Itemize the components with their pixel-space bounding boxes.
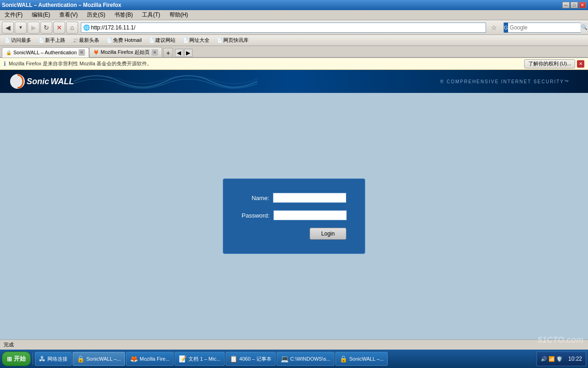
taskbar-sonicwall1[interactable]: 🔒 SonicWALL –... [73, 352, 125, 366]
tray-icons: 🔊 📶 🛡️ [541, 356, 563, 362]
bookmark-most-visited[interactable]: 📄 访问最多 [2, 36, 34, 45]
taskbar-sonicwall2-icon: 🔒 [339, 355, 347, 362]
password-input[interactable] [273, 210, 347, 220]
tab-scroll-right[interactable]: ▶ [184, 49, 192, 57]
taskbar-cmd-icon: 💻 [281, 355, 288, 362]
search-bar: G 🔍 [503, 23, 586, 33]
tab-icon-sonicwall: 🔒 [6, 50, 11, 55]
taskbar-cmd-label: C:\WINDOWS\s... [290, 356, 330, 362]
taskbar-firefox-label: Mozilla Fire... [140, 356, 170, 362]
menu-tools[interactable]: 工具(T) [139, 10, 163, 20]
sonicwall-logo: Sonic WALL [9, 73, 74, 90]
title-bar-buttons: ─ □ ✕ [562, 2, 586, 8]
bookmark-star[interactable]: ☆ [489, 23, 499, 33]
login-button[interactable]: Login [310, 228, 346, 240]
info-close-button[interactable]: ✕ [577, 60, 584, 68]
bookmark-icon-5: 📄 [183, 38, 188, 43]
taskbar-word-icon: 📝 [179, 355, 187, 362]
page-area: Sonic WALL ® COMPREHENSIVE INTERNET SECU… [0, 70, 588, 339]
back-button[interactable]: ◀ [2, 22, 14, 34]
bookmark-icon-6: 📄 [217, 38, 222, 43]
login-box: Name: Password: Login [223, 178, 365, 254]
search-engine-icon: G [504, 23, 508, 33]
bookmark-icon-2: 📰 [73, 38, 78, 43]
taskbar-sonicwall2-label: SonicWALL –... [349, 356, 384, 362]
sonicwall-tagline: ® COMPREHENSIVE INTERNET SECURITY™ [440, 79, 570, 84]
name-row: Name: [242, 193, 346, 203]
tab-scroll-left[interactable]: ◀ [175, 49, 183, 57]
taskbar-sonicwall1-icon: 🔒 [77, 355, 85, 362]
taskbar-notepad[interactable]: 📋 4060 – 记事本 [226, 352, 276, 366]
taskbar-firefox[interactable]: 🦊 Mozilla Fire... [126, 352, 174, 366]
taskbar-network-icon: 🖧 [39, 355, 45, 362]
address-bar: 🌐 [81, 23, 486, 33]
taskbar-network-label: 网络连接 [47, 356, 68, 362]
start-label: 开始 [14, 355, 26, 363]
info-bar-buttons: 了解你的权利 (U)... ✕ [524, 59, 585, 69]
taskbar-firefox-icon: 🦊 [130, 355, 138, 362]
tab-sonicwall[interactable]: 🔒 SonicWALL – Authentication ✕ [2, 47, 89, 58]
tab-close-firefox[interactable]: ✕ [152, 49, 158, 56]
info-rights-button[interactable]: 了解你的权利 (U)... [524, 59, 576, 69]
bookmark-hotmail[interactable]: 📄 免费 Hotmail [104, 36, 144, 45]
bookmark-news[interactable]: 📰 最新头条 [70, 36, 102, 45]
taskbar-sonicwall2[interactable]: 🔒 SonicWALL –... [335, 352, 388, 366]
menu-bookmarks[interactable]: 书签(B) [112, 10, 136, 20]
sonicwall-header: Sonic WALL ® COMPREHENSIVE INTERNET SECU… [0, 70, 588, 93]
bookmark-icon-3: 📄 [107, 38, 112, 43]
forward-button[interactable]: ▶ [28, 22, 40, 34]
search-input[interactable] [508, 24, 581, 31]
menu-history[interactable]: 历史(S) [84, 10, 108, 20]
taskbar-cmd[interactable]: 💻 C:\WINDOWS\s... [277, 352, 334, 366]
search-go-button[interactable]: 🔍 [581, 23, 588, 33]
tab-icon-firefox: 🦊 [93, 50, 99, 55]
address-input[interactable] [91, 24, 484, 31]
status-bar: 完成 [0, 339, 588, 350]
login-container: Name: Password: Login [0, 93, 588, 339]
info-icon: ℹ [4, 60, 6, 67]
taskbar-word[interactable]: 📝 文档 1 – Mic... [175, 352, 225, 366]
taskbar-sonicwall1-label: SonicWALL –... [86, 356, 121, 362]
home-button[interactable]: ⌂ [66, 22, 78, 34]
new-tab-button[interactable]: + [163, 48, 173, 57]
taskbar: ⊞ 开始 🖧 网络连接 🔒 SonicWALL –... 🦊 Mozilla F… [0, 350, 588, 368]
svg-text:WALL: WALL [51, 77, 74, 86]
back-dropdown[interactable]: ▼ [15, 22, 27, 34]
tab-label-sonicwall: SonicWALL – Authentication [13, 50, 77, 55]
bookmark-suggest[interactable]: 📄 建议网站 [146, 36, 178, 45]
svg-text:Sonic: Sonic [27, 77, 49, 86]
tab-close-sonicwall[interactable]: ✕ [79, 49, 85, 56]
title-bar: SonicWALL – Authentication – Mozilla Fir… [0, 0, 588, 10]
bookmark-icon-0: 📄 [5, 38, 10, 43]
taskbar-network[interactable]: 🖧 网络连接 [35, 352, 72, 366]
password-row: Password: [242, 210, 346, 220]
bookmark-beginner[interactable]: 📄 新手上路 [36, 36, 68, 45]
taskbar-tray: 🔊 📶 🛡️ 10:22 [537, 351, 586, 366]
menu-edit[interactable]: 编辑(E) [29, 10, 53, 20]
info-bar-text: ℹ Mozilla Firefox 是来自非营利性 Mozilla 基金会的免费… [4, 60, 152, 67]
bookmark-webflash[interactable]: 📄 网页快讯库 [214, 36, 251, 45]
close-button[interactable]: ✕ [579, 2, 586, 8]
taskbar-separator-1 [33, 352, 33, 365]
minimize-button[interactable]: ─ [562, 2, 570, 8]
browser-window: SonicWALL – Authentication – Mozilla Fir… [0, 0, 588, 368]
bookmarks-bar: 📄 访问最多 📄 新手上路 📰 最新头条 📄 免费 Hotmail 📄 建议网站… [0, 35, 588, 46]
bookmark-urls[interactable]: 📄 网址大全 [180, 36, 212, 45]
info-bar-message: Mozilla Firefox 是来自非营利性 Mozilla 基金会的免费开源… [9, 60, 152, 67]
menu-help[interactable]: 帮助(H) [167, 10, 191, 20]
login-button-row: Login [242, 228, 346, 240]
taskbar-notepad-icon: 📋 [230, 355, 237, 362]
tab-firefox[interactable]: 🦊 Mozilla Firefox 起始页 ✕ [89, 47, 162, 57]
menu-view[interactable]: 查看(V) [57, 10, 80, 20]
restore-button[interactable]: □ [571, 2, 578, 8]
start-button[interactable]: ⊞ 开始 [2, 351, 31, 366]
stop-button[interactable]: ✕ [53, 22, 65, 34]
reload-button[interactable]: ↻ [40, 22, 52, 34]
nav-bar: ◀ ▼ ▶ ↻ ✕ ⌂ 🌐 ☆ G 🔍 [0, 20, 588, 35]
menu-bar: 文件(F) 编辑(E) 查看(V) 历史(S) 书签(B) 工具(T) 帮助(H… [0, 10, 588, 20]
window-title: SonicWALL – Authentication – Mozilla Fir… [2, 2, 121, 8]
name-input[interactable] [273, 193, 346, 203]
menu-file[interactable]: 文件(F) [2, 10, 25, 20]
status-text: 完成 [4, 341, 14, 348]
tabs-bar: 🔒 SonicWALL – Authentication ✕ 🦊 Mozilla… [0, 46, 588, 58]
